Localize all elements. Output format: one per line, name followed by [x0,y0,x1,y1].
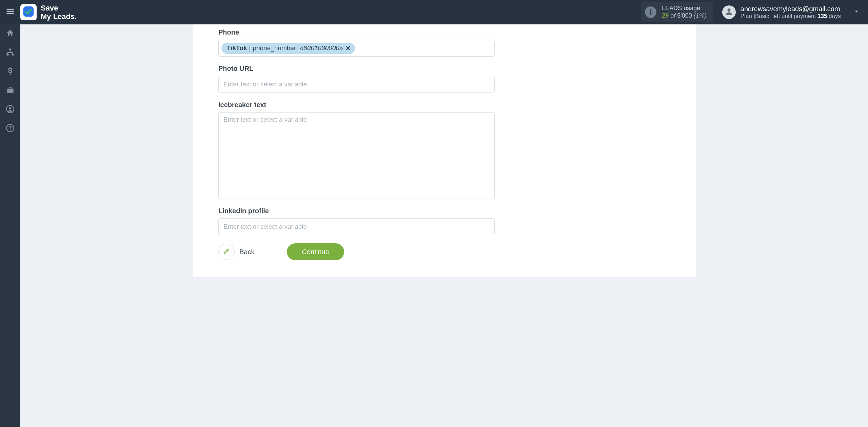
app-header: Save My Leads. LEADS usage: 29 of 5'000 … [0,0,868,24]
form-actions: Back Continue [218,243,670,260]
dollar-icon [6,67,15,77]
placeholder-text: Enter text or select a variable [221,116,307,123]
brand-line1: Save [41,4,77,12]
svg-point-9 [9,107,12,110]
photo-url-input[interactable]: Enter text or select a variable [218,76,495,93]
leads-usage-box[interactable]: LEADS usage: 29 of 5'000 (1%) [641,2,713,22]
usage-percent: (1%) [694,12,707,19]
field-phone: Phone TikTok | phone_number: «8001000000… [218,28,670,57]
sidebar-item-billing[interactable] [0,62,20,81]
sidebar-item-briefcase[interactable] [0,81,20,100]
svg-point-1 [650,9,652,11]
svg-rect-7 [7,89,14,93]
form-card: Phone TikTok | phone_number: «8001000000… [193,24,696,277]
placeholder-text: Enter text or select a variable [221,223,307,230]
back-button[interactable]: Back [218,244,254,260]
pencil-icon [223,247,230,257]
sidebar [0,24,20,427]
brand-logo [20,4,37,20]
sidebar-item-account[interactable] [0,100,20,119]
sidebar-item-help[interactable] [0,119,20,138]
briefcase-icon [6,86,15,96]
avatar [722,5,736,19]
brand-link[interactable]: Save My Leads. [20,4,77,21]
account-text: andrewsavemyleads@gmail.com Plan |Basic|… [741,5,841,20]
usage-of-word: of [670,12,677,19]
chevron-down-icon [853,8,860,16]
hamburger-icon [5,7,15,18]
label-phone: Phone [218,28,670,36]
continue-button[interactable]: Continue [287,243,344,260]
field-icebreaker: Icebreaker text Enter text or select a v… [218,101,670,199]
sidebar-item-integrations[interactable] [0,43,20,62]
usage-text: LEADS usage: 29 of 5'000 (1%) [662,5,707,19]
field-photo-url: Photo URL Enter text or select a variabl… [218,65,670,93]
home-icon [6,29,15,39]
sitemap-icon [6,48,15,58]
user-icon [725,7,733,17]
sidebar-item-home[interactable] [0,24,20,43]
linkedin-input[interactable]: Enter text or select a variable [218,218,495,235]
tag-source: TikTok [227,44,247,52]
brand-line2: My Leads. [41,12,77,21]
label-linkedin: LinkedIn profile [218,207,670,215]
account-menu-button[interactable]: andrewsavemyleads@gmail.com Plan |Basic|… [722,5,860,20]
svg-rect-5 [6,54,9,55]
icebreaker-input[interactable]: Enter text or select a variable [218,112,495,199]
account-email: andrewsavemyleads@gmail.com [741,5,841,13]
question-circle-icon [6,124,15,134]
svg-rect-6 [12,54,14,55]
page-scroll[interactable]: Phone TikTok | phone_number: «8001000000… [20,24,868,427]
label-photo-url: Photo URL [218,65,670,73]
back-label: Back [239,248,254,256]
menu-toggle-button[interactable] [0,0,20,24]
label-icebreaker: Icebreaker text [218,101,670,109]
account-plan-line: Plan |Basic| left until payment 135 days [741,13,841,20]
brand-text: Save My Leads. [41,4,77,21]
svg-point-3 [727,8,730,12]
usage-total: 5'000 [677,12,692,19]
close-icon: ✕ [346,45,351,52]
variable-tag-phone[interactable]: TikTok | phone_number: «8001000000» ✕ [221,43,355,54]
user-circle-icon [6,105,15,115]
svg-rect-4 [9,48,12,50]
info-icon [645,6,656,18]
usage-title: LEADS usage: [662,5,707,12]
usage-used: 29 [662,12,669,19]
svg-rect-2 [650,11,651,15]
tag-field: phone_number: [253,44,298,52]
checkmark-icon [23,6,34,19]
back-icon-circle [218,244,235,260]
svg-point-11 [10,129,11,130]
tag-value: «8001000000» [300,44,343,52]
field-linkedin: LinkedIn profile Enter text or select a … [218,207,670,235]
phone-input[interactable]: TikTok | phone_number: «8001000000» ✕ [218,40,495,57]
placeholder-text: Enter text or select a variable [221,81,307,88]
tag-remove-button[interactable]: ✕ [346,44,351,52]
